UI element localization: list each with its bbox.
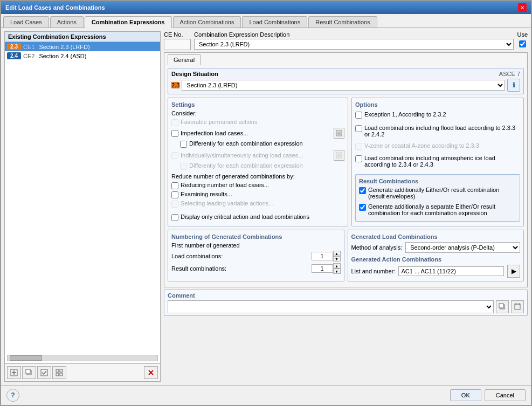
tab-result-combinations[interactable]: Result Combinations — [308, 16, 377, 27]
description-field: Combination Expression Description Secti… — [194, 31, 514, 50]
gen-separate-checkbox[interactable] — [359, 204, 366, 211]
individually-label: Individually/simultaneously acting load … — [181, 152, 303, 159]
ds-badge: 2.3 — [171, 82, 179, 88]
use-field: Use — [517, 31, 528, 47]
description-select[interactable]: Section 2.3 (LRFD) — [194, 39, 514, 50]
ok-button[interactable]: OK — [450, 389, 481, 401]
tab-load-cases[interactable]: Load Cases — [3, 16, 49, 27]
load-combinations-input-wrap: ▲ ▼ — [312, 251, 341, 262]
ice-label: Load combinations including atmospheric … — [364, 155, 520, 168]
generated-section: Generated Load Combinations Method of an… — [348, 230, 524, 281]
use-checkbox[interactable] — [519, 40, 526, 47]
tab-load-combinations[interactable]: Load Combinations — [242, 16, 307, 27]
display-label: Display only critical action and load co… — [181, 214, 309, 220]
individually-edit-btn[interactable] — [334, 150, 344, 161]
exception1-label: Exception 1, According to 2.3.2 — [364, 111, 446, 118]
list-arrow-button[interactable]: ▶ — [507, 265, 520, 278]
selecting-label: Selecting leading variable actions... — [181, 200, 273, 207]
ce-no-field: CE No. 1 — [164, 31, 191, 50]
svg-rect-21 — [499, 304, 503, 308]
ice-checkbox[interactable] — [355, 155, 362, 162]
load-combinations-input[interactable] — [312, 252, 333, 260]
method-label: Method of analysis: — [351, 244, 403, 251]
individually-checkbox[interactable] — [171, 152, 178, 159]
tab-action-combinations[interactable]: Action Combinations — [173, 16, 241, 27]
reduce-label: Reduce number of generated combinations … — [171, 173, 344, 180]
tab-actions[interactable]: Actions — [50, 16, 84, 27]
options-box: Options Exception 1, According to 2.3.2 … — [351, 98, 524, 226]
help-button[interactable]: ? — [6, 389, 19, 402]
svg-rect-6 — [56, 369, 59, 372]
svg-rect-25 — [516, 303, 519, 305]
cancel-button[interactable]: Cancel — [485, 389, 526, 401]
imperfection-row: Imperfection load cases... — [171, 128, 344, 139]
generated-action-box: Generated Action Combinations List and n… — [351, 256, 521, 278]
vzone-checkbox[interactable] — [355, 143, 362, 150]
clone-button[interactable] — [22, 366, 36, 379]
code-ce2: CE2 — [23, 53, 34, 59]
gen-either-or-checkbox[interactable] — [359, 187, 366, 194]
imperfection-diff-checkbox[interactable] — [180, 141, 187, 148]
ce-no-label: CE No. — [164, 31, 191, 38]
reducing-row: Reducing number of load cases... — [171, 182, 344, 189]
method-row: Method of analysis: Second-order analysi… — [351, 242, 521, 253]
display-checkbox[interactable] — [171, 214, 178, 221]
content-area: Existing Combination Expressions 2.3 CE1… — [1, 28, 531, 385]
delete-button[interactable] — [144, 366, 158, 379]
check-button[interactable] — [37, 366, 51, 379]
display-row: Display only critical action and load co… — [171, 214, 344, 221]
flood-label: Load combinations including flood load a… — [364, 125, 520, 137]
result-combinations-label: Result combinations: — [171, 265, 226, 272]
imperfection-checkbox[interactable] — [171, 130, 178, 137]
design-situation-select[interactable]: Section 2.3 (LRFD) — [182, 80, 505, 91]
footer: ? OK Cancel — [1, 385, 531, 405]
comment-select[interactable] — [168, 300, 494, 313]
ce-no-input[interactable]: 1 — [164, 39, 191, 50]
comment-copy-button[interactable] — [496, 300, 509, 313]
imperfection-label: Imperfection load cases... — [181, 130, 248, 136]
tab-bar: Load Cases Actions Combination Expressio… — [1, 14, 531, 28]
reducing-checkbox[interactable] — [171, 182, 178, 189]
result-combinations-down[interactable]: ▼ — [333, 269, 341, 274]
svg-rect-8 — [56, 373, 59, 376]
selecting-checkbox[interactable] — [171, 201, 178, 208]
main-window: Edit Load Cases and Combinations ✕ Load … — [0, 0, 532, 406]
list-item[interactable]: 2.3 CE1 Section 2.3 (LRFD) — [5, 42, 160, 51]
horizontal-scrollbar[interactable] — [7, 355, 158, 361]
examining-checkbox[interactable] — [171, 191, 178, 198]
individually-diff-row: Differently for each combination express… — [180, 162, 344, 170]
load-combinations-down[interactable]: ▼ — [333, 256, 341, 262]
flood-checkbox[interactable] — [355, 125, 362, 132]
close-button[interactable]: ✕ — [518, 3, 527, 12]
left-panel: Existing Combination Expressions 2.3 CE1… — [4, 31, 161, 382]
result-combinations-up[interactable]: ▲ — [333, 263, 341, 269]
scrollbar-thumb — [10, 355, 42, 361]
method-select[interactable]: Second-order analysis (P-Delta) — [405, 242, 520, 253]
selecting-row: Selecting leading variable actions... — [171, 200, 344, 208]
list-value: AC1 ... AC11 (11/22) — [398, 266, 504, 276]
individually-diff-checkbox[interactable] — [180, 163, 187, 170]
imperfection-edit-btn[interactable] — [334, 128, 344, 139]
general-content: Design Situation ASCE 7 2.3 Section 2.3 … — [164, 65, 527, 287]
grid-button[interactable] — [52, 366, 66, 379]
svg-rect-9 — [60, 373, 63, 376]
imperfection-diff-label: Differently for each combination express… — [189, 140, 303, 147]
desc-ce2: Section 2.4 (ASD) — [39, 53, 86, 59]
exception1-row: Exception 1, According to 2.3.2 — [355, 111, 520, 119]
result-combinations-subtitle: Result Combinations — [359, 178, 516, 184]
generated-action-title: Generated Action Combinations — [351, 256, 521, 263]
gen-separate-row: Generate additionally a separate Either/… — [359, 203, 516, 216]
tab-combination-expressions[interactable]: Combination Expressions — [85, 16, 172, 28]
ice-row: Load combinations including atmospheric … — [355, 155, 520, 168]
footer-right: OK Cancel — [450, 389, 526, 401]
info-button[interactable]: ℹ — [507, 79, 520, 92]
favorable-checkbox[interactable] — [171, 119, 178, 126]
load-combinations-up[interactable]: ▲ — [333, 251, 341, 256]
individually-diff-label: Differently for each combination express… — [189, 162, 303, 169]
comment-paste-button[interactable] — [511, 300, 524, 313]
list-item[interactable]: 2.4 CE2 Section 2.4 (ASD) — [5, 51, 160, 60]
add-button[interactable] — [7, 366, 21, 379]
general-tab-label[interactable]: General — [168, 54, 201, 65]
result-combinations-input[interactable] — [312, 264, 333, 273]
exception1-checkbox[interactable] — [355, 112, 362, 119]
